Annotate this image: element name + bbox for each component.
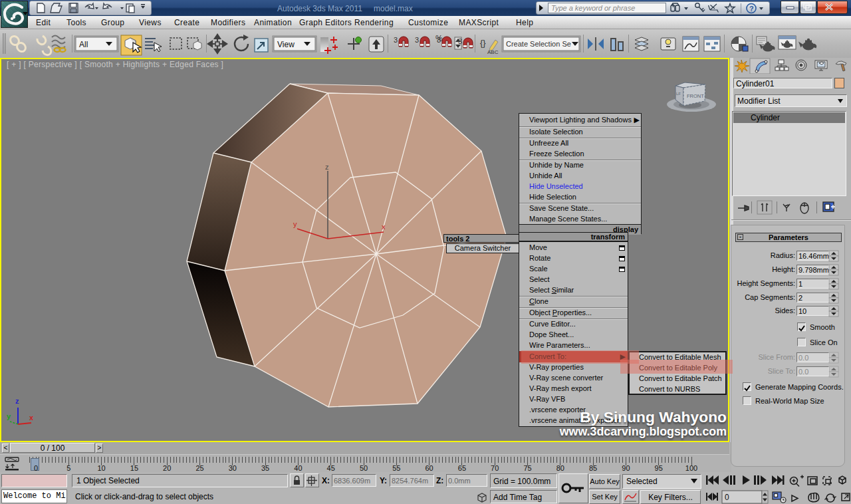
svg-text:35: 35 bbox=[261, 464, 269, 472]
svg-text:10: 10 bbox=[97, 464, 105, 472]
svg-text:70: 70 bbox=[491, 464, 499, 472]
svg-text:x: x bbox=[382, 223, 386, 231]
svg-text:25: 25 bbox=[195, 464, 203, 472]
svg-text:65: 65 bbox=[458, 464, 466, 472]
svg-text:15: 15 bbox=[130, 464, 138, 472]
svg-text:x: x bbox=[29, 414, 34, 422]
svg-text:50: 50 bbox=[360, 464, 368, 472]
svg-text:y: y bbox=[7, 412, 11, 420]
svg-text:0: 0 bbox=[725, 493, 729, 502]
svg-text:100: 100 bbox=[685, 464, 697, 472]
svg-text:y: y bbox=[293, 220, 297, 228]
svg-text:LF: LF bbox=[676, 92, 681, 96]
svg-text:Create Selection Se: Create Selection Se bbox=[506, 40, 571, 48]
svg-text:?: ? bbox=[749, 5, 754, 13]
svg-text:75: 75 bbox=[523, 464, 531, 472]
svg-text:0: 0 bbox=[34, 464, 38, 472]
svg-text:55: 55 bbox=[392, 464, 400, 472]
svg-text:60: 60 bbox=[425, 464, 433, 472]
svg-text:80: 80 bbox=[556, 464, 564, 472]
svg-text:40: 40 bbox=[294, 464, 302, 472]
svg-text:45: 45 bbox=[327, 464, 335, 472]
svg-text:View: View bbox=[277, 40, 295, 49]
svg-text:3: 3 bbox=[394, 36, 398, 44]
svg-text:5: 5 bbox=[66, 464, 70, 472]
svg-text:20: 20 bbox=[163, 464, 171, 472]
svg-text:{}: {} bbox=[480, 38, 486, 48]
svg-text:90: 90 bbox=[622, 464, 630, 472]
svg-text:FRONT: FRONT bbox=[687, 93, 704, 99]
svg-text:ABC: ABC bbox=[487, 49, 499, 55]
svg-text:z: z bbox=[325, 163, 329, 171]
svg-text:30: 30 bbox=[229, 464, 237, 472]
svg-text:95: 95 bbox=[655, 464, 663, 472]
svg-text:85: 85 bbox=[589, 464, 597, 472]
svg-text:All: All bbox=[79, 40, 88, 49]
svg-text:z: z bbox=[15, 397, 19, 405]
